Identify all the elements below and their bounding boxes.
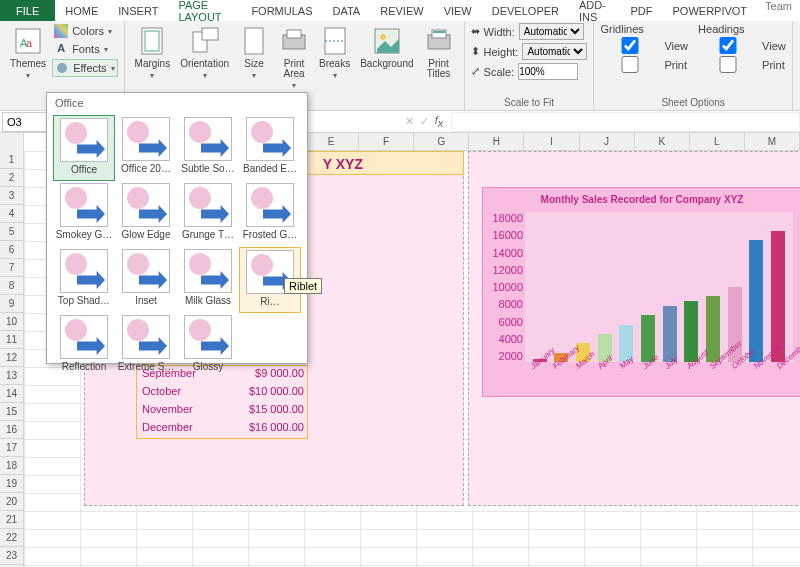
row-header[interactable]: 3 [0, 187, 23, 205]
chart-bar[interactable] [663, 306, 677, 362]
chart-monthly-sales[interactable]: Monthly Sales Recorded for Company XYZ 1… [482, 187, 800, 397]
effect-thumb-icon [246, 117, 294, 161]
tab-home[interactable]: HOME [55, 0, 108, 21]
effects-gallery-item[interactable]: Reflection [53, 313, 115, 379]
row-header[interactable]: 15 [0, 403, 23, 421]
tab-pdf[interactable]: PDF [621, 0, 663, 21]
breaks-button[interactable]: Breaks▾ [315, 23, 354, 82]
fonts-button[interactable]: AFonts ▾ [52, 41, 117, 57]
tab-formulas[interactable]: FORMULAS [241, 0, 322, 21]
tab-developer[interactable]: DEVELOPER [482, 0, 569, 21]
row-header[interactable]: 12 [0, 349, 23, 367]
tab-data[interactable]: DATA [323, 0, 371, 21]
size-button[interactable]: Size▾ [235, 23, 273, 82]
row-header[interactable]: 6 [0, 241, 23, 259]
effect-label: Milk Glass [185, 295, 231, 306]
effects-gallery-item[interactable]: Office 20… [115, 115, 177, 181]
table-row[interactable]: October$10 000.00 [138, 385, 304, 397]
margins-icon [137, 25, 167, 57]
colors-button[interactable]: Colors ▾ [52, 23, 117, 39]
tab-page-layout[interactable]: PAGE LAYOUT [168, 0, 241, 21]
tab-review[interactable]: REVIEW [370, 0, 433, 21]
effects-gallery-item[interactable]: Glow Edge [115, 181, 177, 247]
effects-gallery-item[interactable]: Banded E… [239, 115, 301, 181]
effects-gallery-item[interactable]: Milk Glass [177, 247, 239, 313]
tab-insert[interactable]: INSERT [108, 0, 168, 21]
row-header[interactable]: 17 [0, 439, 23, 457]
headings-view-label: View [762, 40, 786, 52]
row-header[interactable]: 19 [0, 475, 23, 493]
height-label: Height: [484, 46, 519, 58]
orientation-button[interactable]: Orientation▾ [176, 23, 233, 82]
effects-gallery-item[interactable]: Top Shad… [53, 247, 115, 313]
effects-label: Effects [73, 62, 106, 74]
effect-label: Grunge T… [182, 229, 234, 240]
row-header[interactable]: 9 [0, 295, 23, 313]
group-scale-label: Scale to Fit [471, 97, 588, 110]
table-row[interactable]: December$16 000.00 [138, 421, 304, 433]
effects-gallery-item[interactable]: Extreme S… [115, 313, 177, 379]
background-button[interactable]: Background [356, 23, 417, 71]
row-header[interactable]: 23 [0, 547, 23, 565]
tab-file[interactable]: FILE [0, 0, 55, 21]
effects-gallery-item[interactable]: Smokey G… [53, 181, 115, 247]
fx-icon[interactable]: fx [435, 114, 444, 129]
effects-gallery-item[interactable]: Glossy [177, 313, 239, 379]
row-header[interactable]: 1 [0, 151, 23, 169]
row-header[interactable]: 18 [0, 457, 23, 475]
formula-input[interactable] [451, 112, 800, 132]
row-header[interactable]: 16 [0, 421, 23, 439]
row-header[interactable]: 7 [0, 259, 23, 277]
name-box[interactable]: O3 [2, 112, 48, 132]
month-cell[interactable]: October [138, 385, 224, 397]
value-cell[interactable]: $15 000.00 [224, 403, 304, 415]
row-header[interactable]: 2 [0, 169, 23, 187]
print-titles-button[interactable]: Print Titles [420, 23, 458, 81]
effects-gallery-item[interactable]: Inset [115, 247, 177, 313]
effect-label: Inset [135, 295, 157, 306]
scale-input[interactable] [518, 63, 578, 80]
row-header[interactable]: 10 [0, 313, 23, 331]
value-cell[interactable]: $16 000.00 [224, 421, 304, 433]
width-label: Width: [484, 26, 515, 38]
effect-label: Subtle So… [181, 163, 234, 174]
row-header[interactable]: 21 [0, 511, 23, 529]
margins-button[interactable]: Margins▾ [131, 23, 175, 82]
row-header[interactable]: 22 [0, 529, 23, 547]
effects-gallery-item[interactable]: Frosted G… [239, 181, 301, 247]
tab-powerpivot[interactable]: POWERPIVOT [663, 0, 758, 21]
tab-addins[interactable]: ADD-INS [569, 0, 621, 21]
value-cell[interactable]: $10 000.00 [224, 385, 304, 397]
effects-button[interactable]: Effects ▾ [52, 59, 117, 77]
row-header[interactable]: 4 [0, 205, 23, 223]
chart-bar[interactable] [749, 240, 763, 362]
row-header[interactable]: 8 [0, 277, 23, 295]
row-header[interactable]: 20 [0, 493, 23, 511]
effects-gallery-item[interactable]: Grunge T… [177, 181, 239, 247]
row-header[interactable]: 14 [0, 385, 23, 403]
effect-thumb-icon [60, 249, 108, 293]
table-row[interactable]: November$15 000.00 [138, 403, 304, 415]
enter-formula-icon[interactable]: ✓ [420, 115, 429, 128]
headings-view-checkbox[interactable] [698, 37, 758, 54]
gridlines-print-checkbox[interactable] [600, 56, 660, 73]
effects-gallery-item[interactable]: Subtle So… [177, 115, 239, 181]
row-header[interactable]: 11 [0, 331, 23, 349]
svg-point-3 [57, 63, 67, 73]
row-header[interactable]: 5 [0, 223, 23, 241]
gridlines-view-checkbox[interactable] [600, 37, 660, 54]
month-cell[interactable]: November [138, 403, 224, 415]
print-area-button[interactable]: Print Area▾ [275, 23, 313, 92]
headings-print-checkbox[interactable] [698, 56, 758, 73]
effect-label: Glow Edge [122, 229, 171, 240]
height-select[interactable]: Automatic [522, 43, 587, 60]
tab-view[interactable]: VIEW [434, 0, 482, 21]
effect-label: Extreme S… [118, 361, 175, 372]
themes-button[interactable]: Aa Themes ▾ [6, 23, 50, 82]
cancel-formula-icon[interactable]: ✕ [405, 115, 414, 128]
colors-label: Colors [72, 25, 104, 37]
row-header[interactable]: 13 [0, 367, 23, 385]
width-select[interactable]: Automatic [519, 23, 584, 40]
effects-gallery-item[interactable]: Office [53, 115, 115, 181]
month-cell[interactable]: December [138, 421, 224, 433]
